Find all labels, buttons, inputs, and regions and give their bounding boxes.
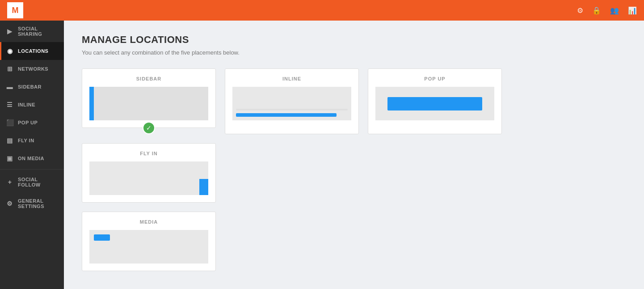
popup-placement-card[interactable]: POP UP — [368, 68, 502, 134]
inline-icon: ☰ — [6, 101, 13, 108]
sidebar-card-with-check: SIDEBAR ✓ — [82, 68, 216, 128]
media-preview-bar — [94, 234, 110, 241]
sidebar-item-popup[interactable]: ⬛ POP UP — [0, 114, 64, 132]
sidebar-preview-content — [94, 87, 208, 120]
gear-icon[interactable]: ⚙ — [577, 6, 583, 15]
media-preview — [89, 230, 208, 264]
popup-preview — [375, 87, 494, 120]
on-media-icon: ▣ — [6, 155, 13, 162]
sidebar-item-general-settings[interactable]: ⚙ GENERAL SETTINGS — [0, 193, 64, 214]
logo[interactable]: M — [7, 2, 23, 18]
fly-in-placement-card[interactable]: FLY IN — [82, 143, 216, 203]
top-header: M ⚙ 🔒 👥 📊 — [0, 0, 644, 21]
sidebar-placement-label: SIDEBAR — [89, 76, 208, 81]
inline-preview — [232, 87, 351, 120]
sidebar-menu-icon: ▬ — [6, 83, 13, 90]
popup-preview-box — [387, 97, 483, 110]
users-icon[interactable]: 👥 — [610, 6, 619, 15]
sidebar-item-networks[interactable]: ⊞ NETWORKS — [0, 60, 64, 78]
flyin-preview — [89, 162, 208, 195]
social-sharing-icon: ▶ — [6, 28, 13, 35]
selected-checkmark: ✓ — [143, 122, 155, 134]
inline-placement-label: INLINE — [232, 76, 351, 81]
second-row-placements: MEDIA — [82, 212, 626, 271]
sidebar-item-fly-in[interactable]: ▤ FLY IN — [0, 132, 64, 149]
popup-placement-label: POP UP — [375, 76, 494, 81]
media-placement-card[interactable]: MEDIA — [82, 212, 216, 271]
sidebar-preview-bar — [89, 87, 94, 120]
page-subtitle: You can select any combination of the fi… — [82, 49, 626, 56]
sidebar-divider — [0, 169, 64, 170]
sidebar-item-sidebar[interactable]: ▬ SIDEBAR — [0, 78, 64, 96]
sidebar-item-locations[interactable]: ◉ LOCATIONS — [0, 42, 64, 60]
sidebar-nav: ▶ SOCIAL SHARING ◉ LOCATIONS ⊞ NETWORKS … — [0, 21, 64, 289]
sidebar-placement-card[interactable]: SIDEBAR — [82, 68, 216, 128]
sidebar-item-on-media[interactable]: ▣ ON MEDIA — [0, 149, 64, 167]
header-icons: ⚙ 🔒 👥 📊 — [577, 6, 637, 15]
inline-preview-bar — [236, 113, 337, 117]
general-settings-icon: ⚙ — [6, 200, 13, 207]
locations-icon: ◉ — [6, 47, 13, 55]
sidebar-item-social-sharing[interactable]: ▶ SOCIAL SHARING — [0, 21, 64, 42]
page-title: MANAGE LOCATIONS — [82, 34, 626, 46]
inline-preview-line — [236, 109, 348, 110]
media-placement-label: MEDIA — [89, 219, 208, 225]
sidebar-item-social-follow[interactable]: + SOCIAL FOLLOW — [0, 171, 64, 193]
sidebar-placement-wrapper: SIDEBAR ✓ — [82, 68, 216, 134]
flyin-preview-box — [199, 179, 208, 195]
sidebar-item-inline[interactable]: ☰ INLINE — [0, 96, 64, 114]
fly-in-icon: ▤ — [6, 137, 13, 144]
main-content: MANAGE LOCATIONS You can select any comb… — [64, 21, 644, 289]
social-follow-icon: + — [6, 178, 13, 186]
chart-icon[interactable]: 📊 — [628, 6, 637, 15]
sidebar-preview — [89, 87, 208, 120]
networks-icon: ⊞ — [6, 65, 13, 72]
lock-icon[interactable]: 🔒 — [592, 6, 601, 15]
fly-in-placement-label: FLY IN — [89, 151, 208, 156]
main-layout: ▶ SOCIAL SHARING ◉ LOCATIONS ⊞ NETWORKS … — [0, 21, 644, 289]
inline-placement-card[interactable]: INLINE — [225, 68, 359, 134]
placements-grid: SIDEBAR ✓ INLINE — [82, 68, 626, 203]
popup-icon: ⬛ — [6, 119, 13, 126]
